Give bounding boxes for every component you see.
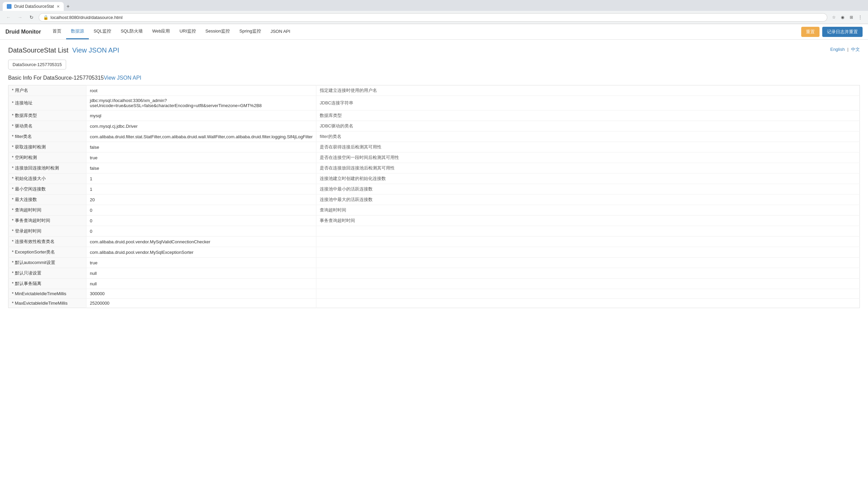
tab-bar: Druid DataSourceStat ✕ + [0, 0, 868, 11]
new-tab-btn[interactable]: + [64, 2, 73, 11]
row-desc [316, 237, 860, 247]
view-json-api-link[interactable]: View JSON API [72, 46, 119, 54]
row-label: * 默认autocommit设置 [8, 258, 86, 268]
row-value: false [86, 163, 316, 174]
forward-btn[interactable]: → [16, 13, 24, 22]
url-text: localhost:8080/druid/datasource.html [51, 15, 823, 20]
row-value: com.mysql.cj.jdbc.Driver [86, 121, 316, 131]
nav-sql-firewall[interactable]: SQL防火墙 [116, 24, 147, 39]
page-title: DataSourceStat List View JSON API [8, 46, 860, 54]
row-label: * 默认事务隔离 [8, 279, 86, 289]
row-label: * 连接有效性检查类名 [8, 237, 86, 247]
row-value: 300000 [86, 289, 316, 299]
english-link[interactable]: English [830, 47, 845, 52]
menu-btn[interactable]: ⋮ [856, 14, 864, 21]
row-desc: 数据库类型 [316, 110, 860, 121]
table-row: * filter类名 com.alibaba.druid.filter.stat… [8, 131, 860, 142]
nav-spring-monitor[interactable]: Spring监控 [235, 24, 266, 39]
row-desc: 指定建立连接时使用的用户名 [316, 85, 860, 96]
row-value: root [86, 85, 316, 96]
section-json-api-link[interactable]: View JSON API [104, 75, 141, 81]
row-value: 1 [86, 184, 316, 195]
row-label: * 数据库类型 [8, 110, 86, 121]
row-value: true [86, 152, 316, 163]
row-desc [316, 289, 860, 299]
row-value: com.alibaba.druid.pool.vendor.MySqlExcep… [86, 247, 316, 258]
row-desc: filter的类名 [316, 131, 860, 142]
nav-home[interactable]: 首页 [48, 24, 66, 39]
log-reset-btn[interactable]: 记录日志并重置 [822, 27, 863, 37]
table-row: * 事务查询超时时间 0 事务查询超时时间 [8, 216, 860, 226]
nav-uri-monitor[interactable]: URI监控 [175, 24, 200, 39]
bookmark-btn[interactable]: ☆ [830, 14, 837, 21]
table-row: * 初始化连接大小 1 连接池建立时创建的初始化连接数 [8, 174, 860, 184]
nav-json-api[interactable]: JSON API [266, 24, 295, 39]
main-content: English | 中文 DataSourceStat List View JS… [0, 40, 868, 315]
table-row: * 最大连接数 20 连接池中最大的活跃连接数 [8, 195, 860, 205]
info-table: * 用户名 root 指定建立连接时使用的用户名 * 连接地址 jdbc:mys… [8, 85, 860, 308]
profile-btn[interactable]: ◉ [839, 14, 846, 21]
row-value: 20 [86, 195, 316, 205]
row-label: * 查询超时时间 [8, 205, 86, 216]
row-label: * 最小空闲连接数 [8, 184, 86, 195]
row-desc: 是否在获得连接后检测其可用性 [316, 142, 860, 152]
table-row: * 最小空闲连接数 1 连接池中最小的活跃连接数 [8, 184, 860, 195]
table-row: * 连接有效性检查类名 com.alibaba.druid.pool.vendo… [8, 237, 860, 247]
row-desc: JDBC连接字符串 [316, 96, 860, 110]
row-desc: 连接池中最小的活跃连接数 [316, 184, 860, 195]
table-row: * 数据库类型 mysql 数据库类型 [8, 110, 860, 121]
back-btn[interactable]: ← [4, 13, 13, 22]
reload-btn[interactable]: ↻ [27, 13, 36, 22]
row-value: com.alibaba.druid.filter.stat.StatFilter… [86, 131, 316, 142]
row-label: * 用户名 [8, 85, 86, 96]
table-row: * 获取连接时检测 false 是否在获得连接后检测其可用性 [8, 142, 860, 152]
reset-btn[interactable]: 重置 [801, 27, 820, 37]
tab-favicon [7, 4, 12, 9]
url-bar[interactable]: 🔒 localhost:8080/druid/datasource.html [39, 13, 827, 22]
row-value: null [86, 268, 316, 279]
row-desc: 连接池建立时创建的初始化连接数 [316, 174, 860, 184]
table-row: * 连接地址 jdbc:mysql://localhost:3306/xm_ad… [8, 96, 860, 110]
extensions-btn[interactable]: ⊞ [848, 14, 855, 21]
nav-session-monitor[interactable]: Session监控 [201, 24, 235, 39]
table-row: * ExceptionSorter类名 com.alibaba.druid.po… [8, 247, 860, 258]
row-label: * ExceptionSorter类名 [8, 247, 86, 258]
lang-bar: English | 中文 [830, 46, 860, 53]
nav-links: 首页 数据源 SQL监控 SQL防火墙 Web应用 URI监控 Session监… [48, 24, 801, 39]
row-desc: JDBC驱动的类名 [316, 121, 860, 131]
lock-icon: 🔒 [43, 15, 48, 20]
section-title: Basic Info For DataSource-1257705315View… [8, 75, 860, 81]
nav-web-app[interactable]: Web应用 [147, 24, 175, 39]
row-desc: 事务查询超时时间 [316, 216, 860, 226]
row-label: * MinEvictableIdleTimeMillis [8, 289, 86, 299]
nav-sql-monitor[interactable]: SQL监控 [89, 24, 116, 39]
row-value: mysql [86, 110, 316, 121]
row-value: jdbc:mysql://localhost:3306/xm_admin?use… [86, 96, 316, 110]
lang-separator: | [847, 47, 848, 52]
table-row: * 默认事务隔离 null [8, 279, 860, 289]
active-tab[interactable]: Druid DataSourceStat ✕ [3, 2, 64, 11]
address-bar: ← → ↻ 🔒 localhost:8080/druid/datasource.… [0, 11, 868, 24]
row-label: * 最大连接数 [8, 195, 86, 205]
row-value: 0 [86, 205, 316, 216]
nav-datasource[interactable]: 数据源 [66, 24, 89, 39]
row-value: 0 [86, 226, 316, 237]
table-row: * 连接放回连接池时检测 false 是否在连接放回连接池后检测其可用性 [8, 163, 860, 174]
row-value: 1 [86, 174, 316, 184]
datasource-tab[interactable]: DataSource-1257705315 [8, 60, 66, 69]
row-label: * 事务查询超时时间 [8, 216, 86, 226]
table-row: * MaxEvictableIdleTimeMillis 25200000 [8, 299, 860, 308]
table-row: * 空闲时检测 true 是否在连接空闲一段时间后检测其可用性 [8, 152, 860, 163]
row-value: 0 [86, 216, 316, 226]
chinese-link[interactable]: 中文 [851, 47, 860, 52]
row-value: 25200000 [86, 299, 316, 308]
row-label: * 驱动类名 [8, 121, 86, 131]
row-value: com.alibaba.druid.pool.vendor.MySqlValid… [86, 237, 316, 247]
row-label: * 连接地址 [8, 96, 86, 110]
row-label: * 空闲时检测 [8, 152, 86, 163]
table-row: * 默认autocommit设置 true [8, 258, 860, 268]
row-desc: 查询超时时间 [316, 205, 860, 216]
row-desc: 连接池中最大的活跃连接数 [316, 195, 860, 205]
tab-close-btn[interactable]: ✕ [57, 4, 60, 9]
tab-title: Druid DataSourceStat [14, 4, 54, 9]
